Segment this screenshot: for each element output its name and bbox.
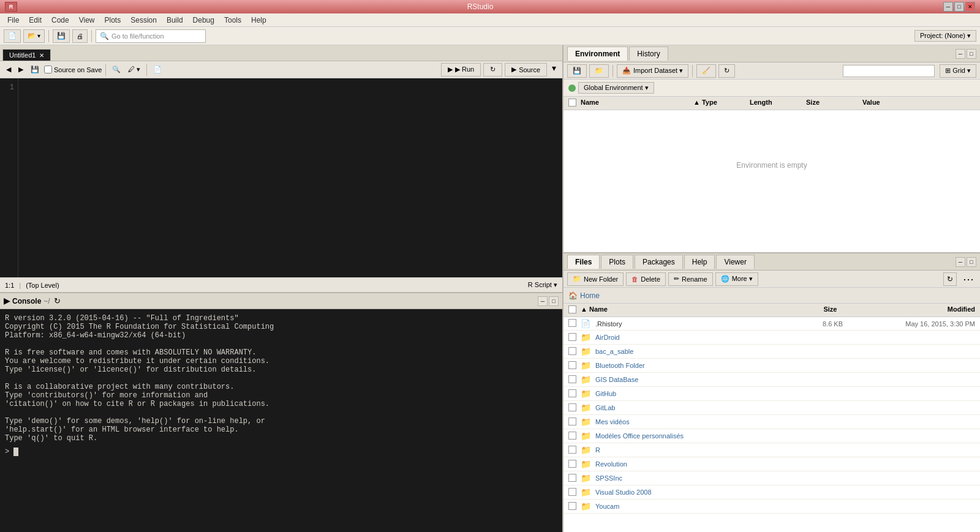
global-env-button[interactable]: Global Environment ▾ — [578, 82, 654, 94]
files-collapse-button[interactable]: ─ — [956, 257, 965, 267]
file-checkbox-r[interactable] — [568, 446, 581, 455]
files-options-button[interactable]: ⋯ — [960, 272, 976, 286]
menu-debug[interactable]: Debug — [188, 15, 219, 26]
list-item[interactable]: 📄 .Rhistory 8.6 KB May 16, 2015, 3:30 PM — [564, 317, 980, 331]
list-item[interactable]: 📁 AirDroid — [564, 331, 980, 345]
menu-file[interactable]: File — [2, 15, 24, 26]
file-checkbox-gitlab[interactable] — [568, 403, 581, 413]
file-name-mesvideos: Mes vidéos — [595, 418, 794, 425]
refresh-files-button[interactable]: ↻ — [943, 272, 957, 286]
editor-text-area[interactable] — [18, 78, 562, 277]
import-dataset-button[interactable]: 📥 Import Dataset ▾ — [617, 64, 688, 78]
menu-plots[interactable]: Plots — [100, 15, 126, 26]
file-checkbox-gisdatabase[interactable] — [568, 375, 581, 384]
file-checkbox-rhistory[interactable] — [568, 319, 581, 328]
run-button[interactable]: ▶▶ Run — [441, 63, 481, 77]
tab-plots[interactable]: Plots — [601, 255, 633, 269]
files-maximize-button[interactable]: □ — [967, 257, 976, 267]
script-type[interactable]: R Script ▾ — [528, 281, 557, 289]
list-item[interactable]: 📁 GIS DataBase — [564, 373, 980, 387]
console-maximize-button[interactable]: □ — [549, 296, 559, 306]
menu-edit[interactable]: Edit — [24, 15, 47, 26]
menu-view[interactable]: View — [74, 15, 100, 26]
editor-save-button[interactable]: 💾 — [28, 64, 42, 75]
console-refresh-icon[interactable]: ↻ — [54, 296, 61, 305]
load-workspace-button[interactable]: 📁 — [589, 64, 609, 78]
tab-history[interactable]: History — [629, 47, 668, 61]
grid-button[interactable]: ⊞ Grid ▾ — [940, 64, 976, 78]
rename-button[interactable]: ✏ Rename — [668, 272, 713, 286]
file-checkbox-revolution[interactable] — [568, 460, 581, 469]
list-item[interactable]: 📁 GitHub — [564, 387, 980, 401]
list-item[interactable]: 📁 SPSSInc — [564, 471, 980, 485]
editor-tab-untitled1[interactable]: Untitled1 ✕ — [2, 49, 51, 61]
editor-forward-button[interactable]: ▶ — [16, 64, 26, 75]
more-button[interactable]: 🌐 More ▾ — [715, 272, 758, 286]
list-item[interactable]: 📁 Bluetooth Folder — [564, 359, 980, 373]
files-col-name[interactable]: ▲ Name — [581, 305, 788, 315]
file-checkbox-bluetooth[interactable] — [568, 361, 581, 370]
list-item[interactable]: 📁 Modèles Office personnalisés — [564, 429, 980, 443]
file-checkbox-github[interactable] — [568, 389, 581, 399]
new-file-button[interactable]: 📄 — [4, 29, 21, 43]
file-checkbox-airdroid[interactable] — [568, 333, 581, 342]
menu-build[interactable]: Build — [162, 15, 188, 26]
menu-session[interactable]: Session — [126, 15, 162, 26]
minimize-button[interactable]: ─ — [943, 2, 953, 12]
list-item[interactable]: 📁 Youcam — [564, 500, 980, 514]
tab-viewer[interactable]: Viewer — [716, 255, 754, 269]
env-maximize-button[interactable]: □ — [967, 49, 976, 59]
console-output[interactable]: R version 3.2.0 (2015-04-16) -- "Full of… — [0, 309, 562, 532]
tab-help[interactable]: Help — [684, 255, 715, 269]
files-check-all[interactable] — [568, 305, 581, 315]
file-checkbox-bacasable[interactable] — [568, 347, 581, 356]
env-collapse-button[interactable]: ─ — [956, 49, 965, 59]
new-folder-button[interactable]: 📁 New Folder — [567, 272, 624, 286]
source-options-button[interactable]: ▾ — [549, 63, 559, 77]
file-checkbox-youcam[interactable] — [568, 502, 581, 511]
source-button[interactable]: ▶ Source — [505, 63, 547, 77]
env-search-input[interactable] — [843, 65, 935, 77]
list-item[interactable]: 📁 Visual Studio 2008 — [564, 485, 980, 500]
editor-compile-button[interactable]: 📄 — [151, 64, 164, 75]
list-item[interactable]: 📁 Mes vidéos — [564, 415, 980, 429]
refresh-env-button[interactable]: ↻ — [718, 64, 735, 78]
file-checkbox-vs2008[interactable] — [568, 488, 581, 497]
file-checkbox-spssinc[interactable] — [568, 474, 581, 483]
clear-workspace-button[interactable]: 🧹 — [696, 64, 716, 78]
file-checkbox-modeles[interactable] — [568, 432, 581, 441]
list-item[interactable]: 📁 GitLab — [564, 401, 980, 415]
editor-search-button[interactable]: 🔍 — [110, 64, 123, 75]
menu-tools[interactable]: Tools — [219, 15, 246, 26]
tab-packages[interactable]: Packages — [635, 255, 683, 269]
menu-code[interactable]: Code — [47, 15, 74, 26]
save-button[interactable]: 💾 — [53, 29, 70, 43]
tab-files[interactable]: Files — [567, 255, 600, 269]
print-button[interactable]: 🖨 — [72, 29, 88, 43]
file-checkbox-mesvideos[interactable] — [568, 418, 581, 427]
rerun-button[interactable]: ↻ — [483, 63, 502, 77]
delete-button[interactable]: 🗑 Delete — [626, 272, 666, 286]
check-all-checkbox[interactable] — [568, 99, 581, 108]
close-button[interactable]: ✕ — [965, 2, 975, 12]
list-item[interactable]: 📁 bac_a_sable — [564, 345, 980, 359]
list-item[interactable]: 📁 R — [564, 443, 980, 457]
project-badge[interactable]: Project: (None) ▾ — [914, 30, 976, 42]
editor-content[interactable]: 1 — [0, 78, 562, 277]
source-on-save-checkbox[interactable] — [44, 66, 52, 73]
home-button[interactable]: 🏠 Home — [568, 291, 600, 300]
maximize-button[interactable]: □ — [954, 2, 964, 12]
col-type[interactable]: ▲ Type — [693, 99, 750, 108]
tab-close-button[interactable]: ✕ — [39, 52, 44, 59]
menu-help[interactable]: Help — [246, 15, 271, 26]
editor-spell-button[interactable]: 🖊 ▾ — [126, 64, 143, 75]
tab-environment[interactable]: Environment — [567, 47, 628, 61]
source-on-save-label[interactable]: Source on Save — [44, 66, 102, 73]
list-item[interactable]: 📁 Revolution — [564, 457, 980, 471]
editor-back-button[interactable]: ◀ — [4, 64, 13, 75]
save-workspace-button[interactable]: 💾 — [567, 64, 587, 78]
folder-icon-r: 📁 — [581, 445, 593, 455]
open-file-button[interactable]: 📂 ▾ — [23, 29, 45, 43]
console-collapse-button[interactable]: ─ — [538, 296, 548, 306]
goto-file-function[interactable]: 🔍 Go to file/function — [96, 29, 206, 43]
